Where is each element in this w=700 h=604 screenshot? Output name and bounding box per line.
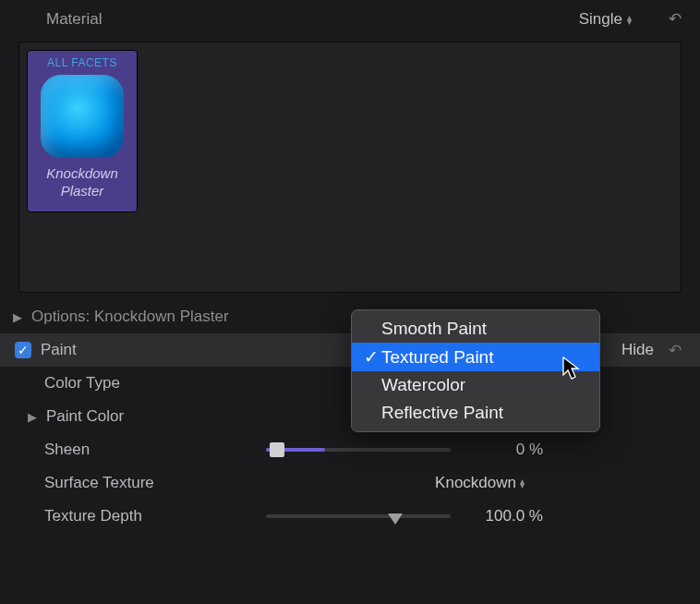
surface-texture-dropdown[interactable]: Knockdown ▴▾ <box>435 474 525 492</box>
disclosure-right-icon[interactable]: ▶ <box>28 410 41 424</box>
paint-type-context-menu: Smooth Paint ✓ Textured Paint Watercolor… <box>351 309 600 432</box>
material-card[interactable]: ALL FACETS Knockdown Plaster <box>27 50 138 212</box>
menu-item-label: Watercolor <box>381 375 465 395</box>
disclosure-right-icon: ▶ <box>13 310 26 324</box>
check-icon: ✓ <box>361 346 381 368</box>
undo-icon[interactable]: ↶ <box>669 9 682 29</box>
section-title: Material <box>46 10 102 29</box>
surface-texture-row: Surface Texture Knockdown ▴▾ <box>0 466 700 500</box>
material-mode-dropdown[interactable]: Single ▴▾ <box>579 10 632 29</box>
texture-depth-label: Texture Depth <box>44 507 142 525</box>
menu-item-label: Reflective Paint <box>381 403 503 423</box>
menu-item-label: Smooth Paint <box>381 319 487 339</box>
material-well: ALL FACETS Knockdown Plaster <box>18 42 682 293</box>
material-swatch-icon <box>41 75 124 158</box>
texture-depth-row: Texture Depth 100.0 % <box>0 500 700 533</box>
paint-label: Paint <box>41 341 77 359</box>
paint-color-label: Paint Color <box>46 407 124 426</box>
color-type-label: Color Type <box>44 374 120 393</box>
menu-item-label: Textured Paint <box>381 347 493 368</box>
texture-depth-slider[interactable] <box>266 514 451 518</box>
options-label: Options: Knockdown Plaster <box>31 308 229 326</box>
dropdown-value: Single <box>579 10 622 29</box>
menu-item-smooth-paint[interactable]: Smooth Paint <box>352 315 599 343</box>
undo-icon[interactable]: ↶ <box>669 341 682 360</box>
menu-item-textured-paint[interactable]: ✓ Textured Paint <box>352 343 599 371</box>
sheen-label: Sheen <box>44 441 90 459</box>
surface-texture-value: Knockdown <box>435 474 516 492</box>
sheen-row: Sheen 0 % <box>0 433 700 466</box>
sheen-slider[interactable] <box>266 448 451 452</box>
paint-checkbox[interactable]: ✓ <box>15 342 31 358</box>
hide-button[interactable]: Hide <box>622 341 654 359</box>
texture-depth-value[interactable]: 100.0 % <box>469 507 543 525</box>
surface-texture-label: Surface Texture <box>44 474 154 492</box>
chevron-up-down-icon: ▴▾ <box>520 478 525 488</box>
menu-item-reflective-paint[interactable]: Reflective Paint <box>352 399 599 427</box>
sheen-value[interactable]: 0 % <box>469 441 543 459</box>
inspector-header: Material Single ▴▾ ↶ <box>0 0 700 38</box>
chevron-up-down-icon: ▴▾ <box>627 15 632 24</box>
menu-item-watercolor[interactable]: Watercolor <box>352 371 599 399</box>
facets-label: ALL FACETS <box>31 56 133 69</box>
header-controls: Single ▴▾ ↶ <box>579 9 682 29</box>
material-name: Knockdown Plaster <box>31 165 133 200</box>
